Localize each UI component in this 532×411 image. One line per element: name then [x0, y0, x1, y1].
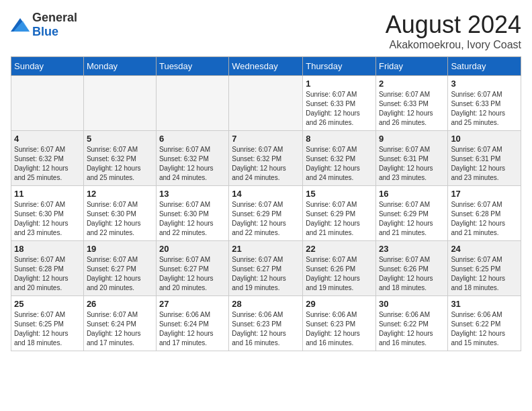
day-info: Sunrise: 6:07 AM Sunset: 6:31 PM Dayligh…: [451, 145, 518, 183]
day-info: Sunrise: 6:07 AM Sunset: 6:25 PM Dayligh…: [14, 310, 81, 348]
day-number: 4: [14, 134, 81, 144]
calendar-cell: 12Sunrise: 6:07 AM Sunset: 6:30 PM Dayli…: [83, 186, 156, 241]
calendar-cell: 16Sunrise: 6:07 AM Sunset: 6:29 PM Dayli…: [375, 186, 447, 241]
calendar-cell: 6Sunrise: 6:07 AM Sunset: 6:32 PM Daylig…: [156, 131, 228, 186]
week-row-3: 11Sunrise: 6:07 AM Sunset: 6:30 PM Dayli…: [11, 186, 521, 241]
day-info: Sunrise: 6:07 AM Sunset: 6:28 PM Dayligh…: [14, 255, 81, 293]
day-info: Sunrise: 6:07 AM Sunset: 6:27 PM Dayligh…: [232, 255, 300, 293]
weekday-header-tuesday: Tuesday: [156, 57, 228, 76]
day-number: 11: [14, 189, 81, 199]
day-number: 7: [232, 134, 300, 144]
weekday-header-monday: Monday: [83, 57, 156, 76]
day-number: 2: [379, 79, 445, 89]
location: Akakomoekrou, Ivory Coast: [386, 39, 521, 51]
day-number: 31: [451, 299, 518, 309]
calendar-cell: [83, 76, 156, 131]
day-number: 19: [87, 244, 153, 254]
day-info: Sunrise: 6:07 AM Sunset: 6:30 PM Dayligh…: [14, 200, 81, 238]
weekday-header-sunday: Sunday: [11, 57, 84, 76]
week-row-5: 25Sunrise: 6:07 AM Sunset: 6:25 PM Dayli…: [11, 296, 521, 351]
day-number: 5: [87, 134, 153, 144]
weekday-header-friday: Friday: [375, 57, 447, 76]
calendar-cell: 28Sunrise: 6:06 AM Sunset: 6:23 PM Dayli…: [229, 296, 303, 351]
day-info: Sunrise: 6:07 AM Sunset: 6:33 PM Dayligh…: [451, 90, 518, 128]
calendar-cell: [229, 76, 303, 131]
calendar-cell: [156, 76, 228, 131]
day-number: 16: [379, 189, 445, 199]
day-info: Sunrise: 6:07 AM Sunset: 6:26 PM Dayligh…: [379, 255, 445, 293]
day-info: Sunrise: 6:07 AM Sunset: 6:27 PM Dayligh…: [159, 255, 226, 293]
day-number: 20: [159, 244, 226, 254]
calendar-cell: 23Sunrise: 6:07 AM Sunset: 6:26 PM Dayli…: [375, 241, 447, 296]
day-info: Sunrise: 6:07 AM Sunset: 6:32 PM Dayligh…: [306, 145, 373, 183]
calendar-cell: [11, 76, 84, 131]
day-info: Sunrise: 6:07 AM Sunset: 6:26 PM Dayligh…: [306, 255, 373, 293]
day-number: 12: [87, 189, 153, 199]
week-row-2: 4Sunrise: 6:07 AM Sunset: 6:32 PM Daylig…: [11, 131, 521, 186]
weekday-header-thursday: Thursday: [303, 57, 376, 76]
calendar-cell: 21Sunrise: 6:07 AM Sunset: 6:27 PM Dayli…: [229, 241, 303, 296]
calendar-cell: 30Sunrise: 6:06 AM Sunset: 6:22 PM Dayli…: [375, 296, 447, 351]
calendar-cell: 18Sunrise: 6:07 AM Sunset: 6:28 PM Dayli…: [11, 241, 84, 296]
calendar-cell: 19Sunrise: 6:07 AM Sunset: 6:27 PM Dayli…: [83, 241, 156, 296]
day-info: Sunrise: 6:07 AM Sunset: 6:24 PM Dayligh…: [87, 310, 153, 348]
calendar-cell: 4Sunrise: 6:07 AM Sunset: 6:32 PM Daylig…: [11, 131, 84, 186]
day-number: 26: [87, 299, 153, 309]
calendar-cell: 20Sunrise: 6:07 AM Sunset: 6:27 PM Dayli…: [156, 241, 228, 296]
day-number: 27: [159, 299, 226, 309]
weekday-header-saturday: Saturday: [448, 57, 521, 76]
calendar-cell: 3Sunrise: 6:07 AM Sunset: 6:33 PM Daylig…: [448, 76, 521, 131]
day-number: 10: [451, 134, 518, 144]
calendar-cell: 31Sunrise: 6:06 AM Sunset: 6:22 PM Dayli…: [448, 296, 521, 351]
day-number: 14: [232, 189, 300, 199]
calendar: SundayMondayTuesdayWednesdayThursdayFrid…: [11, 56, 521, 351]
day-number: 22: [306, 244, 373, 254]
day-info: Sunrise: 6:07 AM Sunset: 6:30 PM Dayligh…: [87, 200, 153, 238]
day-number: 1: [306, 79, 373, 89]
calendar-cell: 27Sunrise: 6:06 AM Sunset: 6:24 PM Dayli…: [156, 296, 228, 351]
day-number: 29: [306, 299, 373, 309]
day-number: 18: [14, 244, 81, 254]
day-info: Sunrise: 6:07 AM Sunset: 6:32 PM Dayligh…: [14, 145, 81, 183]
calendar-cell: 9Sunrise: 6:07 AM Sunset: 6:31 PM Daylig…: [375, 131, 447, 186]
day-number: 28: [232, 299, 300, 309]
day-info: Sunrise: 6:07 AM Sunset: 6:29 PM Dayligh…: [306, 200, 373, 238]
day-number: 13: [159, 189, 226, 199]
calendar-cell: 22Sunrise: 6:07 AM Sunset: 6:26 PM Dayli…: [303, 241, 376, 296]
page-header: General Blue August 2024 Akakomoekrou, I…: [11, 11, 521, 51]
logo-blue: Blue: [32, 25, 58, 38]
calendar-cell: 1Sunrise: 6:07 AM Sunset: 6:33 PM Daylig…: [303, 76, 376, 131]
day-info: Sunrise: 6:07 AM Sunset: 6:32 PM Dayligh…: [159, 145, 226, 183]
week-row-1: 1Sunrise: 6:07 AM Sunset: 6:33 PM Daylig…: [11, 76, 521, 131]
day-number: 24: [451, 244, 518, 254]
month-year: August 2024: [386, 11, 521, 39]
day-number: 9: [379, 134, 445, 144]
calendar-cell: 11Sunrise: 6:07 AM Sunset: 6:30 PM Dayli…: [11, 186, 84, 241]
calendar-cell: 24Sunrise: 6:07 AM Sunset: 6:25 PM Dayli…: [448, 241, 521, 296]
day-info: Sunrise: 6:07 AM Sunset: 6:31 PM Dayligh…: [379, 145, 445, 183]
day-number: 21: [232, 244, 300, 254]
day-number: 25: [14, 299, 81, 309]
logo-general: General: [32, 11, 77, 24]
calendar-cell: 15Sunrise: 6:07 AM Sunset: 6:29 PM Dayli…: [303, 186, 376, 241]
calendar-cell: 29Sunrise: 6:06 AM Sunset: 6:23 PM Dayli…: [303, 296, 376, 351]
day-info: Sunrise: 6:07 AM Sunset: 6:32 PM Dayligh…: [232, 145, 300, 183]
day-info: Sunrise: 6:06 AM Sunset: 6:23 PM Dayligh…: [306, 310, 373, 348]
day-info: Sunrise: 6:06 AM Sunset: 6:23 PM Dayligh…: [232, 310, 300, 348]
calendar-cell: 25Sunrise: 6:07 AM Sunset: 6:25 PM Dayli…: [11, 296, 84, 351]
weekday-header-wednesday: Wednesday: [229, 57, 303, 76]
calendar-cell: 26Sunrise: 6:07 AM Sunset: 6:24 PM Dayli…: [83, 296, 156, 351]
day-info: Sunrise: 6:06 AM Sunset: 6:22 PM Dayligh…: [451, 310, 518, 348]
calendar-cell: 2Sunrise: 6:07 AM Sunset: 6:33 PM Daylig…: [375, 76, 447, 131]
day-number: 30: [379, 299, 445, 309]
day-info: Sunrise: 6:07 AM Sunset: 6:29 PM Dayligh…: [232, 200, 300, 238]
calendar-cell: 13Sunrise: 6:07 AM Sunset: 6:30 PM Dayli…: [156, 186, 228, 241]
day-info: Sunrise: 6:07 AM Sunset: 6:29 PM Dayligh…: [379, 200, 445, 238]
calendar-cell: 10Sunrise: 6:07 AM Sunset: 6:31 PM Dayli…: [448, 131, 521, 186]
day-info: Sunrise: 6:06 AM Sunset: 6:22 PM Dayligh…: [379, 310, 445, 348]
day-info: Sunrise: 6:07 AM Sunset: 6:30 PM Dayligh…: [159, 200, 226, 238]
calendar-cell: 7Sunrise: 6:07 AM Sunset: 6:32 PM Daylig…: [229, 131, 303, 186]
day-number: 23: [379, 244, 445, 254]
day-info: Sunrise: 6:06 AM Sunset: 6:24 PM Dayligh…: [159, 310, 226, 348]
day-number: 15: [306, 189, 373, 199]
